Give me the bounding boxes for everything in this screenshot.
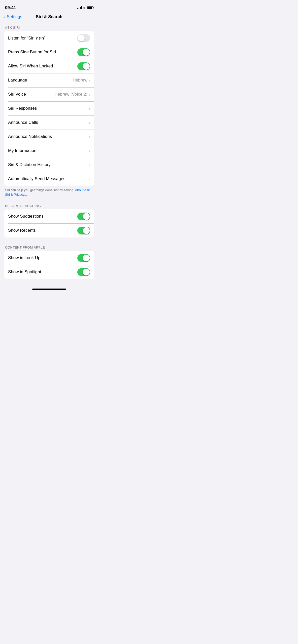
show-recents-label: Show Recents: [8, 228, 77, 233]
row-siri-dictation-history[interactable]: Siri & Dictation History ›: [4, 158, 94, 172]
show-in-look-up-label: Show in Look Up: [8, 255, 77, 260]
row-show-suggestions: Show Suggestions: [4, 209, 94, 223]
row-show-in-look-up: Show in Look Up: [4, 251, 94, 265]
nav-bar: ‹ Settings Siri & Search: [0, 12, 98, 23]
allow-locked-toggle[interactable]: [77, 62, 90, 70]
siri-voice-value: Hebrew (Voice 2): [55, 92, 87, 97]
page-title: Siri & Search: [36, 14, 62, 19]
my-information-chevron-icon: ›: [89, 149, 90, 153]
siri-responses-label: Siri Responses: [8, 106, 89, 111]
show-suggestions-label: Show Suggestions: [8, 214, 77, 219]
show-in-spotlight-label: Show in Spotlight: [8, 269, 77, 274]
siri-dictation-history-chevron-icon: ›: [89, 163, 90, 167]
battery-icon: [87, 6, 93, 9]
row-announce-calls[interactable]: Announce Calls ›: [4, 115, 94, 130]
show-suggestions-toggle[interactable]: [77, 213, 90, 220]
section-header-ask-siri: ASK SIRI: [0, 23, 98, 31]
row-auto-send-messages[interactable]: Automatically Send Messages ›: [4, 172, 94, 186]
language-label: Language: [8, 78, 73, 83]
announce-calls-label: Announce Calls: [8, 120, 89, 125]
ask-siri-footer: Siri can help you get things done just b…: [0, 186, 98, 201]
row-show-in-spotlight: Show in Spotlight: [4, 265, 94, 279]
listen-siri-toggle[interactable]: [77, 34, 90, 42]
row-listen-siri: Listen for “Siri הינה”: [4, 31, 94, 45]
ask-siri-card: Listen for “Siri הינה” Press Side Button…: [4, 31, 94, 186]
row-press-side: Press Side Button for Siri: [4, 45, 94, 59]
press-side-toggle[interactable]: [77, 48, 90, 56]
row-language[interactable]: Language Hebrew ›: [4, 73, 94, 87]
wifi-icon: ≈: [83, 6, 85, 10]
row-allow-locked: Allow Siri When Locked: [4, 59, 94, 73]
siri-dictation-history-label: Siri & Dictation History: [8, 162, 89, 167]
status-time: 09:41: [5, 5, 16, 10]
announce-notifications-chevron-icon: ›: [89, 135, 90, 139]
press-side-label: Press Side Button for Siri: [8, 50, 77, 55]
auto-send-messages-label: Automatically Send Messages: [8, 176, 89, 181]
show-recents-toggle[interactable]: [77, 227, 90, 234]
back-button[interactable]: ‹ Settings: [4, 14, 22, 20]
language-value: Hebrew: [73, 78, 87, 83]
row-my-information[interactable]: My Information ›: [4, 144, 94, 158]
language-chevron-icon: ›: [89, 78, 90, 83]
home-indicator: [32, 289, 66, 290]
back-label: Settings: [7, 14, 22, 19]
back-chevron-icon: ‹: [4, 14, 6, 20]
announce-calls-chevron-icon: ›: [89, 120, 90, 125]
status-icons: ≈: [77, 6, 93, 10]
auto-send-messages-chevron-icon: ›: [89, 177, 90, 181]
siri-responses-chevron-icon: ›: [89, 106, 90, 111]
section-header-before-searching: BEFORE SEARCHING: [0, 201, 98, 209]
row-show-recents: Show Recents: [4, 223, 94, 237]
section-header-content-from-apple: CONTENT FROM APPLE: [0, 243, 98, 251]
before-searching-card: Show Suggestions Show Recents: [4, 209, 94, 237]
show-in-spotlight-toggle[interactable]: [77, 268, 90, 276]
siri-voice-chevron-icon: ›: [89, 92, 90, 97]
show-in-look-up-toggle[interactable]: [77, 254, 90, 262]
listen-siri-label: Listen for “Siri הינה”: [8, 35, 77, 41]
my-information-label: My Information: [8, 148, 89, 153]
announce-notifications-label: Announce Notifications: [8, 134, 89, 139]
content-from-apple-card: Show in Look Up Show in Spotlight: [4, 251, 94, 279]
status-bar: 09:41 ≈: [0, 0, 98, 12]
siri-voice-label: Siri Voice: [8, 92, 55, 97]
row-announce-notifications[interactable]: Announce Notifications ›: [4, 130, 94, 144]
allow-locked-label: Allow Siri When Locked: [8, 64, 77, 69]
row-siri-responses[interactable]: Siri Responses ›: [4, 101, 94, 115]
signal-icon: [77, 6, 82, 9]
row-siri-voice[interactable]: Siri Voice Hebrew (Voice 2) ›: [4, 87, 94, 101]
